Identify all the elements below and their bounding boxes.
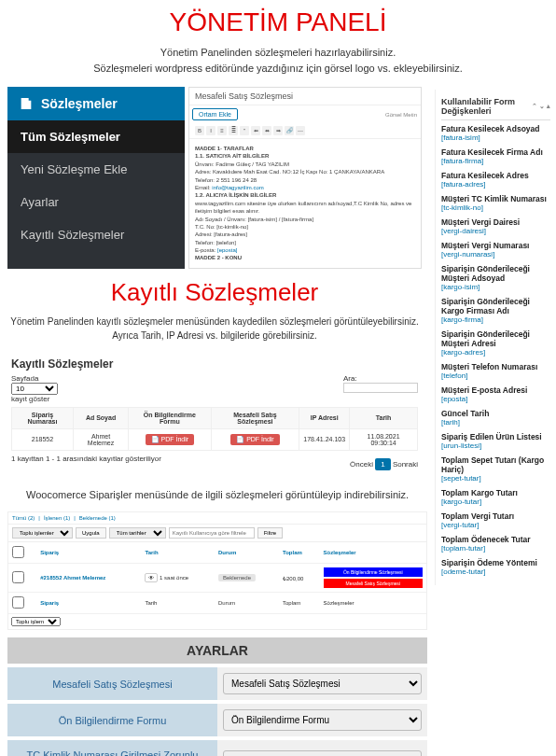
- variable-item[interactable]: Toplam Sepet Tutarı (Kargo Hariç)[sepet-…: [441, 455, 550, 483]
- add-media-button[interactable]: Ortam Ekle: [192, 108, 238, 120]
- chevron-down-icon[interactable]: ⌄: [539, 103, 545, 110]
- contract-btn-2[interactable]: Mesafeli Satış Sözleşmesi: [324, 579, 423, 588]
- setting-select-3[interactable]: Evet: [223, 750, 422, 756]
- records-info: 1 kayıttan 1 - 1 arasındaki kayıtlar gös…: [11, 455, 161, 474]
- records-subtitle: Yönetim Panelinden kayıtlı sözleşmeler m…: [7, 315, 422, 343]
- pager-next[interactable]: Sonraki: [393, 460, 418, 469]
- records-title: Kayıtlı Sözleşmeler: [7, 278, 422, 307]
- pager-prev[interactable]: Önceki: [350, 460, 373, 469]
- records-header: Kayıtlı Sözleşmeler: [11, 357, 418, 371]
- align-right-icon[interactable]: ➡: [273, 126, 283, 135]
- sidebar-header: Sözleşmeler: [7, 87, 185, 120]
- sidebar-item-all[interactable]: Tüm Sözleşmeler: [7, 120, 185, 153]
- row-checkbox[interactable]: [12, 571, 24, 583]
- variable-item[interactable]: Siparişin Ödeme Yöntemi[odeme-tutar]: [441, 558, 550, 576]
- search-label: Ara:: [343, 374, 357, 383]
- page-size-suffix: kayıt göster: [11, 395, 49, 403]
- more-icon[interactable]: ⋯: [296, 126, 305, 135]
- tab-visual[interactable]: Görsel: [385, 112, 402, 118]
- page-title: YÖNETİM PANELİ: [0, 7, 556, 37]
- ocol-status[interactable]: Durum: [215, 542, 279, 564]
- admin-sidebar: Sözleşmeler Tüm Sözleşmeler Yeni Sözleşm…: [7, 87, 185, 269]
- list-icon[interactable]: ≡: [217, 126, 227, 135]
- variables-panel: Kullanılabilir Form Değişkenleri ⌃ ⌄ ▴ F…: [435, 90, 556, 585]
- variable-item[interactable]: Müşteri Vergi Numarası[vergi-numarasi]: [441, 241, 550, 259]
- sidebar-item-new[interactable]: Yeni Sözleşme Ekle: [7, 153, 185, 186]
- bold-icon[interactable]: B: [195, 126, 204, 135]
- collapse-icon[interactable]: ▴: [547, 103, 550, 110]
- variable-item[interactable]: Toplam Ödenecek Tutar[toplam-tutar]: [441, 535, 550, 553]
- bulk-action-select-bottom[interactable]: Toplu işlem: [11, 617, 61, 626]
- ocol-total[interactable]: Toplam: [279, 542, 320, 564]
- setting-select-1[interactable]: Mesafeli Satış Sözleşmesi: [223, 673, 422, 694]
- user-filter-input[interactable]: [169, 527, 255, 539]
- editor-toolbar: BI≡≣"⬅⬌➡🔗⋯: [189, 123, 421, 139]
- document-icon: [19, 96, 34, 111]
- align-left-icon[interactable]: ⬅: [251, 126, 260, 135]
- records-table: Sipariş Numarası Ad Soyad Ön Bilgilendir…: [11, 407, 418, 451]
- variable-item[interactable]: Siparişin Gönderileceği Müşteri Adsoyad[…: [441, 264, 550, 291]
- orders-tab-processing[interactable]: İşlenen (1): [44, 515, 70, 521]
- sidebar-item-settings[interactable]: Ayarlar: [7, 186, 185, 218]
- setting-label-2: Ön Bilgilendirme Formu: [7, 704, 217, 736]
- variable-item[interactable]: Müşteri Vergi Dairesi[vergi-dairesi]: [441, 217, 550, 235]
- contract-btn-1[interactable]: Ön Bilgilendirme Sözleşmesi: [324, 567, 423, 577]
- page-size-select[interactable]: 10: [11, 383, 58, 395]
- search-input[interactable]: [343, 383, 418, 393]
- variable-item[interactable]: Müşteri E-posta Adresi[eposta]: [441, 385, 550, 403]
- apply-button[interactable]: Uygula: [76, 527, 106, 539]
- variable-item[interactable]: Güncel Tarih[tarih]: [441, 409, 550, 427]
- col-date[interactable]: Tarih: [350, 407, 418, 428]
- chevron-up-icon[interactable]: ⌃: [532, 103, 537, 110]
- col-ip[interactable]: IP Adresi: [299, 407, 350, 428]
- ocol-order[interactable]: Sipariş: [36, 542, 141, 564]
- col-order[interactable]: Sipariş Numarası: [12, 407, 74, 428]
- sidebar-item-saved[interactable]: Kayıtlı Sözleşmeler: [7, 218, 185, 251]
- quote-icon[interactable]: ": [240, 126, 249, 135]
- align-center-icon[interactable]: ⬌: [262, 126, 271, 135]
- select-all-checkbox-foot[interactable]: [12, 596, 24, 609]
- bulk-action-select[interactable]: Toplu işlemler: [12, 527, 73, 539]
- editor-title: Mesafeli Satış Sözleşmesi: [189, 88, 421, 105]
- settings-title: AYARLAR: [7, 637, 427, 664]
- wp-editor: Mesafeli Satış Sözleşmesi Ortam Ekle Gör…: [188, 87, 422, 269]
- editor-content[interactable]: MADDE 1- TARAFLAR 1.1. SATICIYA AİT BİLG…: [189, 139, 421, 268]
- variable-item[interactable]: Fatura Kesilecek Adres[fatura-adres]: [441, 171, 550, 189]
- pdf-download-button[interactable]: 📄 PDF İndir: [146, 434, 195, 445]
- variable-item[interactable]: Müşteri Telefon Numarası[telefon]: [441, 362, 550, 380]
- tab-text[interactable]: Metin: [403, 112, 417, 118]
- date-filter-select[interactable]: Tüm tarihler: [109, 527, 166, 539]
- variable-item[interactable]: Fatura Kesilecek Adsoyad[fatura-isim]: [441, 124, 550, 142]
- variable-item[interactable]: Toplam Kargo Tutarı[kargo-tutar]: [441, 488, 550, 506]
- orders-panel: Tümü (2) | İşlenen (1) | Beklemede (1) T…: [7, 511, 427, 630]
- setting-label-1: Mesafeli Satış Sözleşmesi: [7, 667, 217, 700]
- eye-icon[interactable]: 👁: [145, 573, 158, 582]
- select-all-checkbox[interactable]: [12, 546, 24, 558]
- status-badge: Beklemede: [218, 574, 256, 581]
- pager-page[interactable]: 1: [375, 458, 390, 470]
- setting-select-2[interactable]: Ön Bilgilendirme Formu: [223, 709, 422, 731]
- col-contract[interactable]: Mesafeli Satış Sözleşmesi: [211, 407, 299, 428]
- ocol-date[interactable]: Tarih: [141, 542, 215, 564]
- filter-button[interactable]: Filtre: [257, 527, 283, 539]
- order-link[interactable]: #218552 Ahmet Melemez: [36, 564, 141, 593]
- col-form[interactable]: Ön Bilgilendirme Formu: [129, 407, 211, 428]
- variable-item[interactable]: Siparişin Gönderileceği Müşteri Adresi[k…: [441, 329, 550, 357]
- orders-tab-all[interactable]: Tümü (2): [12, 515, 35, 521]
- variable-item[interactable]: Siparişin Gönderileceği Kargo Firması Ad…: [441, 297, 550, 324]
- vars-title: Kullanılabilir Form Değişkenleri: [441, 97, 532, 116]
- pdf-download-button[interactable]: 📄 PDF İndir: [230, 434, 280, 445]
- ocol-contracts[interactable]: Sözleşmeler: [320, 542, 426, 564]
- variable-item[interactable]: Müşteri TC Kimlik Numarası[tc-kimlik-no]: [441, 194, 550, 212]
- orders-tab-pending[interactable]: Beklemede (1): [79, 515, 116, 521]
- variable-item[interactable]: Sipariş Edilen Ürün Listesi[urun-listesi…: [441, 432, 550, 450]
- col-name[interactable]: Ad Soyad: [73, 407, 128, 428]
- setting-label-3: TC Kimlik Numarası Girilmesi Zorunlu Ols…: [7, 740, 217, 756]
- italic-icon[interactable]: I: [206, 126, 215, 135]
- order-row: #218552 Ahmet Melemez 👁 1 saat önce Bekl…: [8, 564, 426, 593]
- variable-item[interactable]: Toplam Vergi Tutarı[vergi-tutar]: [441, 511, 550, 529]
- variable-item[interactable]: Fatura Kesilecek Firma Adı[fatura-firma]: [441, 147, 550, 165]
- link-icon[interactable]: 🔗: [285, 126, 294, 135]
- page-size-label: Sayfada: [11, 374, 38, 383]
- list2-icon[interactable]: ≣: [229, 126, 238, 135]
